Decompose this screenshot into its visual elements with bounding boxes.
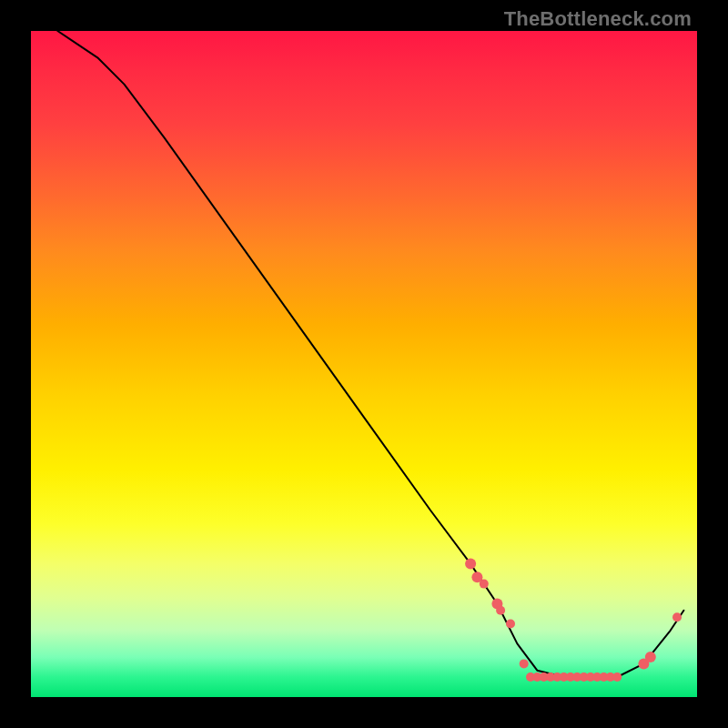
data-marker bbox=[672, 612, 682, 622]
chart-svg bbox=[31, 31, 697, 697]
data-marker bbox=[480, 580, 489, 589]
watermark-text: TheBottleneck.com bbox=[504, 7, 692, 31]
data-marker bbox=[496, 606, 505, 615]
data-marker bbox=[612, 672, 622, 682]
data-marker bbox=[645, 652, 656, 662]
plot-area bbox=[31, 31, 697, 697]
data-marker bbox=[506, 620, 515, 629]
data-marker bbox=[520, 659, 529, 668]
data-markers bbox=[465, 559, 682, 682]
chart-stage: TheBottleneck.com bbox=[0, 0, 728, 728]
data-marker bbox=[465, 559, 476, 570]
bottleneck-curve bbox=[57, 31, 683, 677]
